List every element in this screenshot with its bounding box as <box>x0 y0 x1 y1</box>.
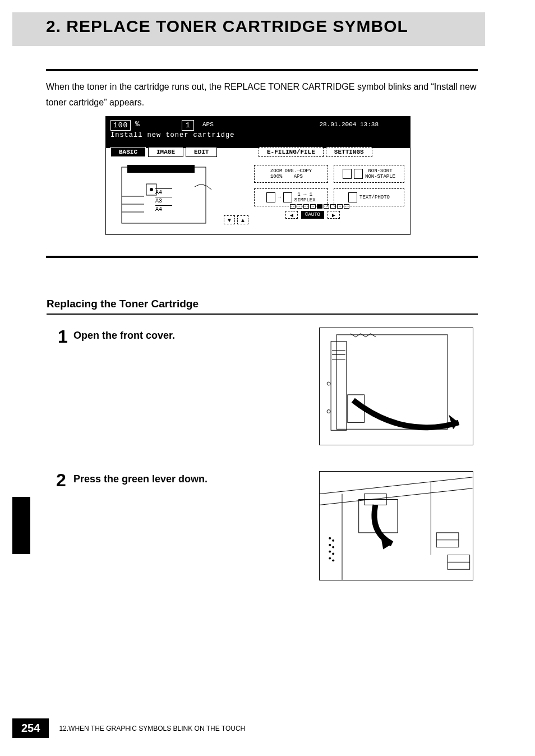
rule-top <box>46 69 478 71</box>
lcd-copy-count: 1 <box>182 120 194 131</box>
option-mode-label: TEXT/PHOTO <box>359 195 390 200</box>
lcd-tab-efiling[interactable]: E-FILING/FILE <box>259 147 324 157</box>
svg-point-3 <box>150 188 153 191</box>
paper-size-list: A4 A3 A4 <box>155 188 172 214</box>
step-1-number: 1 <box>58 326 68 347</box>
svg-point-29 <box>329 557 331 559</box>
option-zoom-label: ZOOM100% <box>270 168 283 179</box>
lcd-tab-basic[interactable]: BASIC <box>110 147 146 157</box>
option-sort-label: NON-SORTNON-STAPLE <box>365 168 395 179</box>
page-title: 2. REPLACE TONER CARTRIDGE SYMBOL <box>46 17 408 36</box>
svg-point-26 <box>332 546 334 548</box>
paper-size-item: A4 <box>155 188 172 197</box>
paper-size-item: A3 <box>155 197 172 205</box>
lcd-tabs-right: E-FILING/FILE SETTINGS <box>259 147 372 157</box>
svg-point-25 <box>329 544 331 546</box>
intro-paragraph: When the toner in the cartridge runs out… <box>46 79 478 110</box>
page-number-badge: 254 <box>12 718 49 738</box>
lcd-zoom-value: 100 <box>110 120 131 131</box>
step-2-diagram <box>319 471 473 580</box>
textphoto-icon <box>348 192 357 202</box>
svg-line-17 <box>320 488 472 505</box>
lcd-tab-settings[interactable]: SETTINGS <box>326 147 372 157</box>
page-icon <box>283 192 292 202</box>
stack-icon <box>343 169 352 179</box>
lcd-header: 100 % 1 APS 28.01.2004 13:38 Install new… <box>106 117 410 148</box>
lcd-aps-label: APS <box>202 121 214 128</box>
section-title: Replacing the Toner Cartridge <box>47 298 199 310</box>
option-zoom[interactable]: ZOOM100% ORG.→COPYAPS <box>254 165 328 183</box>
option-sort[interactable]: NON-SORTNON-STAPLE <box>334 165 404 183</box>
svg-point-24 <box>332 540 334 542</box>
copier-diagram-icon: A4 A3 A4 ▼ ▲ <box>116 162 245 229</box>
svg-point-30 <box>332 559 334 561</box>
exposure-darker-button[interactable]: ► <box>328 211 340 219</box>
step-2-number: 2 <box>56 470 66 491</box>
exposure-control: ◄ ©AUTO ► <box>285 211 340 219</box>
paper-size-item: A4 <box>155 205 172 214</box>
option-org-label: ORG.→COPYAPS <box>285 168 312 179</box>
step-1-diagram <box>319 328 473 445</box>
svg-rect-7 <box>336 335 448 429</box>
tray-down-button[interactable]: ▼ <box>224 215 235 224</box>
svg-line-16 <box>320 477 472 494</box>
svg-point-28 <box>332 553 334 555</box>
option-simplex-label: 1 → 1SIMPLEX <box>294 192 316 203</box>
lcd-screenshot: 100 % 1 APS 28.01.2004 13:38 Install new… <box>105 116 411 235</box>
svg-point-27 <box>329 551 331 553</box>
section-underline <box>47 314 478 315</box>
stack-icon <box>354 169 363 179</box>
page-icon <box>266 192 275 202</box>
exposure-lighter-button[interactable]: ◄ <box>285 211 298 219</box>
lcd-tabs-left: BASIC IMAGE EDIT <box>110 147 217 157</box>
tray-up-button[interactable]: ▲ <box>237 215 248 224</box>
exposure-auto-button[interactable]: ©AUTO <box>301 211 324 219</box>
lcd-zoom-unit: % <box>135 120 140 128</box>
step-2-text: Press the green lever down. <box>73 473 207 485</box>
svg-rect-1 <box>127 165 195 173</box>
rule-mid <box>46 256 478 258</box>
section-thumb-tab <box>12 497 30 554</box>
lcd-message: Install new toner cartridge <box>110 131 234 139</box>
svg-point-23 <box>329 537 331 540</box>
footer-chapter: 12.WHEN THE GRAPHIC SYMBOLS BLINK ON THE… <box>59 725 245 732</box>
lcd-tab-image[interactable]: IMAGE <box>148 147 183 157</box>
lcd-datetime: 28.01.2004 13:38 <box>319 121 379 128</box>
step-1-text: Open the front cover. <box>73 330 175 342</box>
svg-point-14 <box>327 410 330 413</box>
footer: 254 12.WHEN THE GRAPHIC SYMBOLS BLINK ON… <box>12 718 245 738</box>
lcd-tab-edit[interactable]: EDIT <box>186 147 217 157</box>
svg-point-13 <box>327 382 330 385</box>
